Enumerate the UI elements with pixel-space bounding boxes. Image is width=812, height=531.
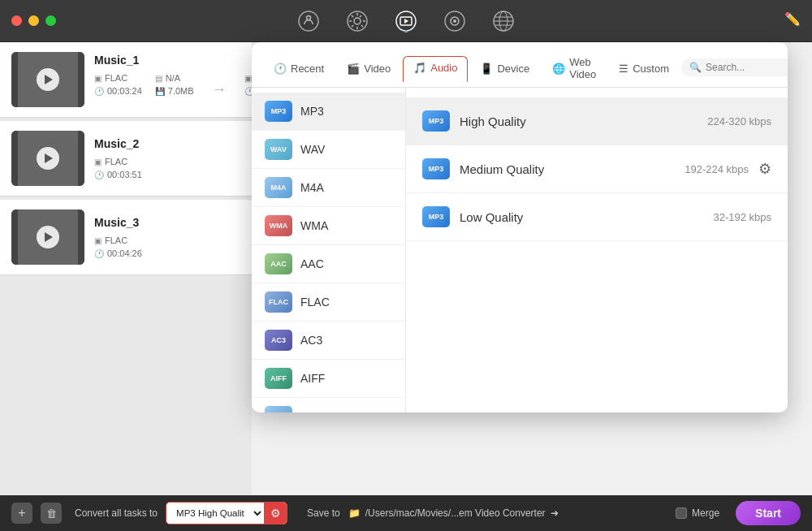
wav-badge: WAV: [265, 139, 292, 160]
input-format-label-1: FLAC: [105, 73, 127, 83]
output-meta-1: ▣ MP3 🕐 00:03:24: [244, 73, 252, 106]
flac-label: FLAC: [300, 296, 330, 309]
convert-select[interactable]: MP3 High Quality: [166, 505, 264, 521]
quality-low[interactable]: MP3 Low Quality 32-192 kbps: [406, 193, 788, 241]
start-button[interactable]: Start: [736, 501, 801, 525]
mp3-badge: MP3: [265, 101, 292, 122]
input-duration-2: 🕐 00:03:51: [94, 170, 142, 179]
file-icon: ▣: [94, 74, 102, 83]
window-controls: [11, 15, 56, 26]
thumbnail-2: [11, 131, 84, 186]
disc-icon[interactable]: [442, 8, 468, 34]
save-path: 📁 /Users/mac/Movies/...em Video Converte…: [348, 507, 559, 519]
media-info-1: Music_1 ▣ FLAC 🕐 00:03:24: [94, 54, 252, 106]
tab-audio[interactable]: 🎵 Audio: [403, 56, 468, 82]
device-icon: 📱: [480, 63, 493, 75]
tab-custom[interactable]: ☰ Custom: [608, 57, 680, 81]
close-button[interactable]: [11, 15, 22, 26]
format-tabs: 🕐 Recent 🎬 Video 🎵 Audio 📱 Device 🌐 Web …: [252, 42, 788, 88]
minimize-button[interactable]: [28, 15, 39, 26]
convert-gear-button[interactable]: ⚙: [264, 503, 287, 524]
tab-recent[interactable]: 🕐 Recent: [263, 57, 335, 81]
format-m4a[interactable]: M4A M4A: [252, 169, 405, 207]
settings-icon[interactable]: [344, 8, 370, 34]
input-duration-1: 🕐 00:03:24: [94, 86, 142, 96]
media-name-2: Music_2: [94, 137, 240, 150]
quality-high[interactable]: MP3 High Quality 224-320 kbps: [406, 97, 788, 145]
quality-low-label: Low Quality: [460, 210, 713, 224]
tab-web-video[interactable]: 🌐 Web Video: [542, 50, 607, 87]
m4a-label: M4A: [300, 181, 324, 194]
search-icon: 🔍: [689, 62, 702, 73]
globe-icon[interactable]: [490, 8, 516, 34]
format-search-input[interactable]: [706, 62, 787, 73]
m4b-label: M4B: [300, 410, 324, 412]
play-button-2[interactable]: [37, 147, 59, 170]
tab-video[interactable]: 🎬 Video: [336, 57, 401, 81]
format-aac[interactable]: AAC AAC: [252, 245, 405, 283]
merge-label: Merge: [692, 507, 719, 519]
recent-icon: 🕐: [274, 63, 287, 75]
convert-select-wrap: MP3 High Quality ⚙: [166, 502, 287, 525]
ac3-label: AC3: [300, 334, 322, 347]
wav-label: WAV: [300, 143, 325, 156]
format-wav[interactable]: WAV WAV: [252, 131, 405, 169]
bottom-bar: + Convert all tasks to MP3 High Quality …: [0, 495, 812, 531]
clock-icon-1: 🕐: [94, 87, 104, 96]
input-format-1: ▣ FLAC: [94, 73, 142, 83]
clock-out-icon-1: 🕐: [244, 87, 252, 96]
quality-low-icon: MP3: [422, 206, 450, 227]
media-name-1: Music_1: [94, 54, 252, 67]
media-meta-3: ▣ FLAC 🕐 00:04:26: [94, 235, 240, 258]
quality-high-icon: MP3: [422, 110, 450, 132]
mp3-label: MP3: [300, 105, 324, 118]
quality-medium[interactable]: MP3 Medium Quality 192-224 kbps ⚙: [406, 145, 788, 193]
media-list: Music_1 ▣ FLAC 🕐 00:03:24: [0, 42, 252, 495]
thumbnail-1: [11, 52, 84, 107]
convert-icon[interactable]: [296, 8, 322, 34]
aac-badge: AAC: [265, 253, 292, 274]
save-to-label: Save to: [307, 507, 340, 519]
format-list: MP3 MP3 WAV WAV M4A M4A WMA WMA AAC AA: [252, 88, 406, 412]
wma-label: WMA: [300, 219, 328, 232]
movie-icon[interactable]: [393, 8, 419, 34]
quality-medium-range: 192-224 kbps: [685, 163, 749, 175]
format-mp3[interactable]: MP3 MP3: [252, 93, 405, 131]
arrow-sep-1: →: [207, 81, 231, 98]
quality-list: MP3 High Quality 224-320 kbps MP3 Medium…: [406, 88, 788, 412]
add-media-button[interactable]: +: [11, 503, 32, 524]
input-na-1: ▤ N/A: [155, 73, 194, 83]
format-wma[interactable]: WMA WMA: [252, 207, 405, 245]
play-button-3[interactable]: [37, 226, 59, 248]
merge-wrap: Merge: [676, 507, 719, 519]
media-info-2: Music_2 ▣ FLAC 🕐 00:03:51: [94, 137, 240, 179]
file2-icon: ▤: [155, 74, 162, 83]
format-flac[interactable]: FLAC FLAC: [252, 283, 405, 322]
format-ac3[interactable]: AC3 AC3: [252, 322, 405, 360]
nav-icons: [296, 8, 516, 34]
input-duration-3: 🕐 00:04:26: [94, 248, 142, 258]
thumbnail-3: [11, 209, 84, 265]
dropdown-body: MP3 MP3 WAV WAV M4A M4A WMA WMA AAC AA: [252, 88, 788, 412]
media-item-2: Music_2 ▣ FLAC 🕐 00:03:51: [0, 121, 252, 196]
quality-gear-icon[interactable]: ⚙: [758, 160, 771, 178]
merge-checkbox[interactable]: [676, 507, 687, 519]
ac3-badge: AC3: [265, 330, 292, 351]
tab-device[interactable]: 📱 Device: [469, 57, 540, 81]
input-size-col-1: ▤ N/A 💾 7.0MB: [155, 73, 194, 106]
media-info-3: Music_3 ▣ FLAC 🕐 00:04:26: [94, 216, 240, 258]
svg-point-9: [453, 19, 456, 23]
play-button-1[interactable]: [37, 68, 59, 91]
input-meta-1: ▣ FLAC 🕐 00:03:24: [94, 73, 142, 106]
format-search-box: 🔍: [681, 58, 788, 76]
remove-media-button[interactable]: [41, 503, 62, 524]
audio-icon: 🎵: [413, 62, 426, 74]
input-size-1: 💾 7.0MB: [155, 86, 194, 96]
aiff-badge: AIFF: [265, 368, 292, 389]
svg-point-3: [354, 18, 361, 24]
media-item-1: Music_1 ▣ FLAC 🕐 00:03:24: [0, 42, 252, 118]
format-aiff[interactable]: AIFF AIFF: [252, 360, 405, 398]
maximize-button[interactable]: [45, 15, 56, 26]
quality-low-range: 32-192 kbps: [713, 211, 771, 223]
format-m4b[interactable]: M4B M4B: [252, 398, 405, 412]
